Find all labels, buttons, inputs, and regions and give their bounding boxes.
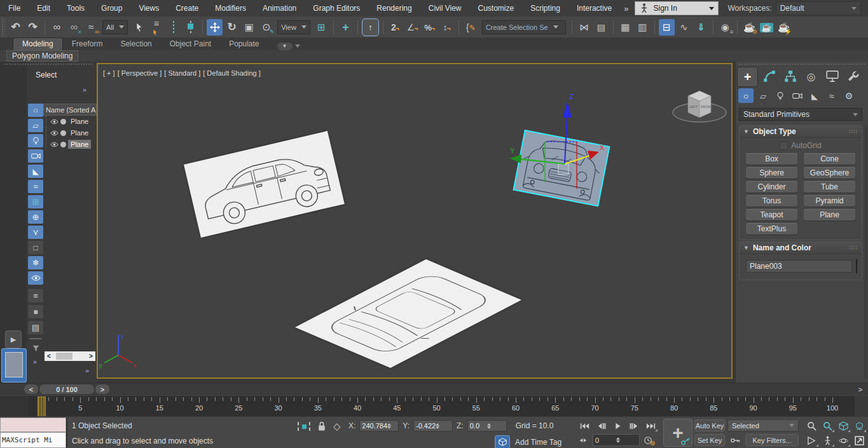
explorer-row[interactable]: Plane	[46, 139, 97, 150]
autogrid-checkbox[interactable]	[780, 142, 788, 150]
field-of-view-icon[interactable]	[804, 433, 819, 447]
plane-side-blueprint[interactable]	[184, 131, 345, 238]
curve-editor-icon[interactable]: ∿	[676, 19, 692, 36]
scene-explorer-icon[interactable]: ▦	[617, 19, 633, 36]
time-slider-handle[interactable]	[38, 397, 46, 417]
set-key-button[interactable]: Set Key	[694, 434, 725, 446]
create-geosphere-button[interactable]: GeoSphere	[804, 167, 855, 179]
next-frame-button[interactable]: >	[95, 384, 109, 394]
create-box-button[interactable]: Box	[746, 153, 797, 165]
redo-icon[interactable]: ↷	[25, 19, 41, 36]
set-keys-button[interactable]: +	[663, 419, 692, 447]
zoom-extents-icon[interactable]	[836, 419, 851, 433]
filter-lights-icon[interactable]	[28, 134, 43, 147]
ribbon-tab-freeform[interactable]: Freeform	[63, 38, 112, 50]
filter-combo-icon[interactable]	[28, 342, 43, 355]
scroll-left-icon[interactable]: <	[45, 353, 53, 360]
sign-in-button[interactable]: Sign In	[635, 1, 719, 15]
filter-groups-icon[interactable]: ⊞	[28, 195, 43, 208]
category-lights[interactable]	[773, 88, 788, 103]
select-by-name-icon[interactable]: ≡	[148, 19, 164, 36]
next-key-button[interactable]: >	[855, 384, 866, 394]
menu-item-animation[interactable]: Animation	[254, 0, 305, 17]
filter-helpers-icon[interactable]: ◣	[28, 165, 43, 178]
time-configuration-button[interactable]: ⚙	[644, 436, 652, 445]
filter-hidden-icon[interactable]	[28, 271, 43, 285]
select-manipulate-icon[interactable]: +	[338, 19, 354, 36]
category-systems[interactable]: ⚙	[841, 88, 857, 103]
object-name[interactable]: Plane	[68, 117, 91, 126]
menu-item-rendering[interactable]: Rendering	[368, 0, 420, 17]
undo-icon[interactable]: ↶	[8, 19, 24, 36]
scroll-right-icon[interactable]: >	[86, 353, 95, 360]
ribbon-overflow-button[interactable]: ▼	[268, 42, 300, 50]
object-type-header[interactable]: ▼ Object Type ∷∷	[740, 126, 862, 138]
panel-expand-chevron[interactable]: »	[83, 86, 86, 93]
previous-frame-button[interactable]	[594, 419, 609, 432]
render-production-icon[interactable]: ☕⚡	[776, 19, 792, 36]
category-helpers[interactable]: ◣	[807, 88, 822, 103]
filter-xrefs-icon[interactable]: ⊕	[28, 210, 43, 224]
explorer-sort-header[interactable]: Name (Sorted A	[43, 104, 97, 116]
add-time-tag-label[interactable]: Add Time Tag	[515, 438, 561, 447]
explorer-row[interactable]: Plane	[46, 116, 97, 127]
filter-bones-icon[interactable]: ⋎	[28, 226, 43, 239]
filter-frozen-icon[interactable]: ❄	[28, 256, 43, 269]
key-selection-dropdown[interactable]: Selected	[727, 419, 799, 431]
keyboard-override-icon[interactable]: ↑	[362, 18, 379, 36]
auto-key-button[interactable]: Auto Key	[694, 419, 725, 431]
viewport-label-view[interactable]: [ Perspective ]	[118, 69, 162, 77]
category-geometry[interactable]: ○	[738, 88, 754, 103]
key-filters-button[interactable]: Key Filters...	[745, 434, 799, 446]
y-coordinate-field[interactable]: -0.422	[413, 420, 453, 431]
notes-icon[interactable]: ▤	[28, 321, 43, 334]
orbit-icon[interactable]	[836, 433, 851, 447]
perspective-viewport[interactable]: [ + ][ Perspective ][ Standard ][ Defaul…	[97, 63, 733, 379]
select-object-icon[interactable]	[131, 19, 147, 36]
viewport-layout-tab[interactable]	[1, 348, 27, 383]
menu-item-scripting[interactable]: Scripting	[522, 0, 568, 17]
tab-modify[interactable]	[759, 67, 779, 86]
scrollbar-thumb[interactable]	[56, 353, 72, 360]
z-coordinate-field[interactable]: 0.0	[467, 420, 507, 431]
tab-create[interactable]: +	[737, 67, 758, 87]
zoom-extents-all-icon[interactable]	[851, 419, 867, 433]
filter-geometry-icon[interactable]: ○	[28, 104, 43, 117]
maximize-viewport-icon[interactable]	[851, 433, 867, 447]
object-name[interactable]: Plane	[68, 140, 91, 149]
object-name[interactable]: Plane	[68, 128, 91, 137]
select-link-icon[interactable]: ∞	[49, 19, 65, 36]
ribbon-toggle-icon[interactable]: ⊟	[659, 19, 675, 36]
explorer-scrollbar[interactable]: < >	[45, 351, 95, 361]
filter-spacewarps-icon[interactable]: ≈	[28, 180, 43, 193]
menu-item-edit[interactable]: Edit	[29, 0, 59, 17]
object-name-field[interactable]	[746, 260, 852, 273]
angle-snap-icon[interactable]: ∠¬	[404, 19, 420, 36]
eye-icon[interactable]	[50, 142, 59, 147]
polygon-modeling-button[interactable]: Polygon Modeling	[6, 50, 78, 62]
ribbon-tab-object-paint[interactable]: Object Paint	[161, 38, 220, 50]
ribbon-tab-populate[interactable]: Populate	[220, 38, 268, 50]
sort-list-icon[interactable]: ≡	[28, 289, 43, 302]
select-scale-icon[interactable]: ▣	[241, 19, 257, 36]
key-mode-toggle[interactable]	[577, 435, 589, 445]
swatch-icon[interactable]: ■	[28, 305, 43, 318]
create-torus-button[interactable]: Torus	[746, 195, 797, 207]
transform-typein-icon[interactable]: ◇	[333, 421, 341, 432]
create-cone-button[interactable]: Cone	[804, 153, 855, 165]
menu-item-file[interactable]: File	[0, 0, 29, 17]
filter-shapes-icon[interactable]: ▱	[28, 119, 43, 132]
viewport-label-pov[interactable]: [ + ]	[103, 69, 115, 77]
object-color-swatch[interactable]	[856, 259, 857, 273]
unlink-selection-icon[interactable]: ∞⨯	[66, 19, 82, 36]
panel-scrollbar[interactable]	[864, 125, 867, 379]
tab-hierarchy[interactable]	[780, 67, 800, 86]
percent-snap-icon[interactable]: %¬	[422, 19, 437, 36]
category-shapes[interactable]: ▱	[755, 88, 771, 103]
previous-frame-button[interactable]: <	[24, 384, 38, 394]
timeline-ruler[interactable]: 0510152025303540455055606570758085909510…	[28, 396, 855, 417]
maxscript-mini-listener[interactable]: MAXScript Mi	[0, 417, 67, 448]
isolate-selection-icon[interactable]	[298, 422, 310, 431]
category-cameras[interactable]	[790, 88, 805, 103]
explorer-row[interactable]: Plane	[46, 127, 97, 139]
